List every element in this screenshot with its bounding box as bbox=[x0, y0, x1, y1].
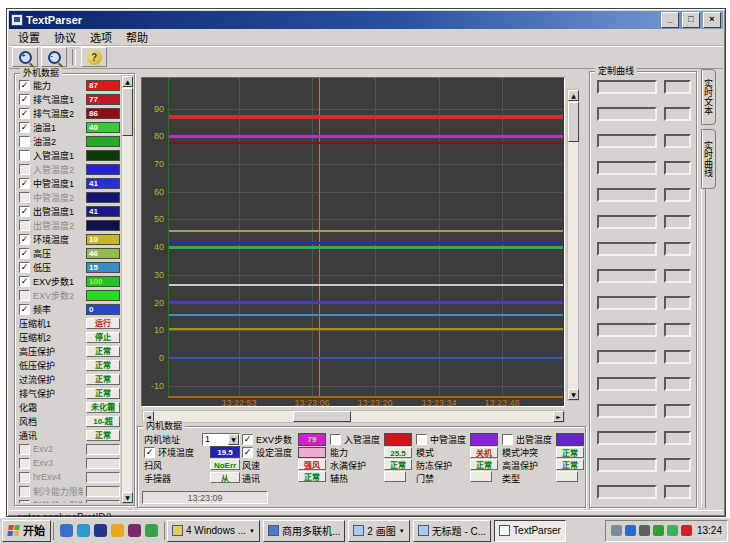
scrollbar-thumb[interactable] bbox=[293, 411, 351, 422]
scrollbar-thumb[interactable] bbox=[122, 88, 133, 136]
curve-slot-button[interactable] bbox=[597, 215, 657, 229]
menu-item-3[interactable]: 选项 bbox=[83, 28, 119, 46]
monitor-icon[interactable] bbox=[667, 525, 678, 536]
checkbox[interactable] bbox=[19, 486, 30, 497]
curve-slot-button[interactable] bbox=[597, 107, 657, 121]
app-icon-2[interactable] bbox=[145, 524, 158, 537]
task-button-2[interactable]: 商用多联机... bbox=[263, 520, 345, 542]
checkbox[interactable] bbox=[502, 434, 513, 445]
curve-slot-button[interactable] bbox=[597, 269, 657, 283]
task-button-4[interactable]: 无标题 - C... bbox=[413, 520, 491, 542]
task-button-5[interactable]: TextParser bbox=[494, 520, 566, 542]
close-button[interactable]: × bbox=[703, 12, 721, 28]
checkbox[interactable]: ✓ bbox=[19, 262, 30, 273]
checkbox[interactable] bbox=[19, 150, 30, 161]
checkbox[interactable]: ✓ bbox=[144, 447, 155, 458]
lightning-icon[interactable] bbox=[681, 525, 692, 536]
checkbox[interactable]: ✓ bbox=[19, 304, 30, 315]
curve-slot-button[interactable] bbox=[597, 431, 657, 445]
menu-item-4[interactable]: 帮助 bbox=[119, 28, 155, 46]
maximize-button[interactable]: □ bbox=[682, 12, 700, 28]
shield-icon[interactable] bbox=[625, 525, 636, 536]
media-player-icon[interactable] bbox=[94, 524, 107, 537]
checkbox[interactable]: ✓ bbox=[242, 447, 253, 458]
scroll-up-arrow[interactable]: ▲ bbox=[122, 76, 133, 87]
checkbox[interactable] bbox=[330, 434, 341, 445]
checkbox[interactable]: ✓ bbox=[19, 94, 30, 105]
time-cursor-line[interactable] bbox=[319, 78, 320, 396]
task-button-1[interactable]: 4 Windows ...▼ bbox=[167, 520, 260, 542]
internal-label-row: ✓设定温度 bbox=[242, 446, 294, 458]
zoom-in-button[interactable]: + bbox=[12, 47, 38, 67]
title-bar[interactable]: TextParser _ □ × bbox=[9, 11, 723, 29]
address-dropdown[interactable]: 1▼ bbox=[202, 433, 240, 446]
checkbox[interactable]: ✓ bbox=[19, 178, 30, 189]
curve-slot-button[interactable] bbox=[597, 242, 657, 256]
param-label: 能力 bbox=[33, 79, 83, 92]
menu-item-2[interactable]: 协议 bbox=[47, 28, 83, 46]
checkbox[interactable] bbox=[19, 500, 30, 504]
scroll-up-arrow[interactable]: ▲ bbox=[568, 90, 579, 101]
group-3-boxes: 关机正常 bbox=[470, 433, 498, 483]
network-icon[interactable] bbox=[653, 525, 664, 536]
messenger-icon[interactable] bbox=[77, 524, 90, 537]
chart-vscrollbar[interactable]: ▲ ▼ bbox=[567, 89, 579, 401]
checkbox[interactable]: ✓ bbox=[19, 248, 30, 259]
checkbox[interactable]: ✓ bbox=[19, 234, 30, 245]
left-panel-scrollbar[interactable]: ▲ ▼ bbox=[121, 75, 133, 504]
v-gridline bbox=[502, 78, 503, 396]
screen: TextParser _ □ × 设置协议选项帮助 + - ? 外机数据 ✓能力… bbox=[0, 0, 730, 543]
curve-slot-button[interactable] bbox=[597, 404, 657, 418]
checkbox[interactable]: ✓ bbox=[19, 206, 30, 217]
chart-plot[interactable]: 9080706050403020100-1013:22:5313:23:0613… bbox=[141, 77, 565, 407]
chevron-down-icon[interactable]: ▼ bbox=[399, 528, 405, 534]
checkbox[interactable]: ✓ bbox=[19, 276, 30, 287]
checkbox[interactable] bbox=[19, 444, 30, 455]
curve-slot-button[interactable] bbox=[597, 134, 657, 148]
checkbox[interactable] bbox=[19, 136, 30, 147]
scroll-down-arrow[interactable]: ▼ bbox=[122, 492, 133, 503]
scrollbar-thumb[interactable] bbox=[568, 102, 579, 142]
start-button[interactable]: 开始 bbox=[2, 520, 51, 542]
side-tab-2[interactable]: 实时曲线 bbox=[701, 129, 716, 189]
curve-slot-button[interactable] bbox=[597, 323, 657, 337]
menu-item-1[interactable]: 设置 bbox=[11, 28, 47, 46]
ie-icon[interactable] bbox=[60, 524, 73, 537]
checkbox[interactable] bbox=[19, 472, 30, 483]
curve-slot-button[interactable] bbox=[597, 458, 657, 472]
curve-slot-button[interactable] bbox=[597, 296, 657, 310]
checkbox[interactable]: ✓ bbox=[19, 108, 30, 119]
updown-arrows-icon[interactable] bbox=[639, 525, 650, 536]
checkbox[interactable]: ✓ bbox=[19, 80, 30, 91]
minimize-button[interactable]: _ bbox=[661, 12, 679, 28]
chart-hscrollbar[interactable]: ◄ ► bbox=[142, 410, 565, 423]
zoom-out-button[interactable]: - bbox=[41, 47, 67, 67]
chevron-down-icon[interactable]: ▼ bbox=[249, 528, 255, 534]
task-button-3[interactable]: 2 画图▼ bbox=[348, 520, 409, 542]
checkbox[interactable] bbox=[19, 192, 30, 203]
curve-slot-button[interactable] bbox=[597, 485, 657, 499]
curve-slot-button[interactable] bbox=[597, 377, 657, 391]
checkbox[interactable]: ✓ bbox=[242, 434, 253, 445]
app-icon-1[interactable] bbox=[128, 524, 141, 537]
curve-slot-button[interactable] bbox=[597, 350, 657, 364]
param-label: 油温1 bbox=[33, 121, 83, 134]
outlook-icon[interactable] bbox=[111, 524, 124, 537]
checkbox[interactable] bbox=[19, 290, 30, 301]
side-tab-1[interactable]: 实时文本 bbox=[701, 69, 716, 125]
chevron-down-icon[interactable]: ▼ bbox=[228, 434, 239, 445]
checkbox[interactable]: ✓ bbox=[19, 122, 30, 133]
group-1-labels: 入管温度能力水满保护辅热 bbox=[330, 433, 384, 485]
help-button[interactable]: ? bbox=[81, 47, 107, 67]
scroll-down-arrow[interactable]: ▼ bbox=[568, 389, 579, 400]
checkbox[interactable] bbox=[19, 164, 30, 175]
curve-slot-button[interactable] bbox=[597, 188, 657, 202]
scroll-right-arrow[interactable]: ► bbox=[553, 411, 564, 422]
printer-icon[interactable] bbox=[611, 525, 622, 536]
checkbox[interactable] bbox=[19, 220, 30, 231]
checkbox[interactable] bbox=[19, 458, 30, 469]
internal-label: 设定温度 bbox=[256, 446, 292, 459]
curve-slot-button[interactable] bbox=[597, 80, 657, 94]
curve-slot-button[interactable] bbox=[597, 161, 657, 175]
checkbox[interactable] bbox=[416, 434, 427, 445]
